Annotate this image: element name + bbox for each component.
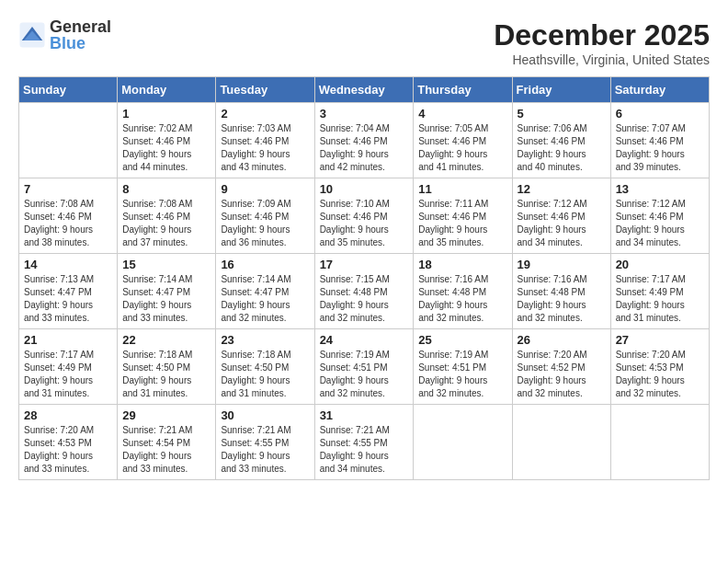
calendar-day-cell: 19Sunrise: 7:16 AM Sunset: 4:48 PM Dayli… bbox=[512, 254, 610, 329]
day-number: 22 bbox=[122, 333, 210, 347]
page-header: General Blue December 2025 Heathsville, … bbox=[18, 18, 710, 67]
calendar-day-cell: 7Sunrise: 7:08 AM Sunset: 4:46 PM Daylig… bbox=[19, 178, 118, 254]
day-number: 1 bbox=[122, 107, 210, 121]
day-number: 18 bbox=[418, 258, 506, 271]
day-number: 31 bbox=[320, 408, 409, 422]
day-number: 26 bbox=[518, 333, 606, 347]
calendar-week-row: 7Sunrise: 7:08 AM Sunset: 4:46 PM Daylig… bbox=[19, 178, 710, 254]
calendar-day-cell: 14Sunrise: 7:13 AM Sunset: 4:47 PM Dayli… bbox=[19, 254, 118, 329]
calendar-day-cell: 21Sunrise: 7:17 AM Sunset: 4:49 PM Dayli… bbox=[19, 329, 118, 405]
calendar-day-cell: 12Sunrise: 7:12 AM Sunset: 4:46 PM Dayli… bbox=[512, 178, 610, 254]
calendar-day-cell: 26Sunrise: 7:20 AM Sunset: 4:52 PM Dayli… bbox=[512, 329, 610, 405]
calendar-day-cell: 9Sunrise: 7:09 AM Sunset: 4:46 PM Daylig… bbox=[216, 178, 314, 254]
logo-general: General bbox=[50, 18, 111, 35]
calendar-day-cell: 8Sunrise: 7:08 AM Sunset: 4:46 PM Daylig… bbox=[118, 178, 216, 254]
day-info: Sunrise: 7:19 AM Sunset: 4:51 PM Dayligh… bbox=[320, 349, 409, 400]
day-number: 30 bbox=[221, 408, 309, 422]
day-info: Sunrise: 7:20 AM Sunset: 4:53 PM Dayligh… bbox=[24, 424, 112, 476]
day-info: Sunrise: 7:04 AM Sunset: 4:46 PM Dayligh… bbox=[320, 122, 409, 174]
day-info: Sunrise: 7:03 AM Sunset: 4:46 PM Dayligh… bbox=[221, 122, 309, 174]
calendar-day-cell bbox=[512, 405, 610, 480]
day-info: Sunrise: 7:19 AM Sunset: 4:51 PM Dayligh… bbox=[418, 349, 506, 400]
day-info: Sunrise: 7:16 AM Sunset: 4:48 PM Dayligh… bbox=[418, 273, 506, 325]
calendar-day-cell: 6Sunrise: 7:07 AM Sunset: 4:46 PM Daylig… bbox=[610, 103, 709, 178]
day-number: 2 bbox=[221, 107, 309, 121]
logo-blue: Blue bbox=[50, 35, 111, 52]
calendar-day-cell: 11Sunrise: 7:11 AM Sunset: 4:46 PM Dayli… bbox=[414, 178, 512, 254]
calendar-week-row: 14Sunrise: 7:13 AM Sunset: 4:47 PM Dayli… bbox=[19, 254, 710, 329]
day-number: 24 bbox=[320, 333, 409, 347]
calendar-day-cell: 17Sunrise: 7:15 AM Sunset: 4:48 PM Dayli… bbox=[314, 254, 414, 329]
calendar-day-cell: 1Sunrise: 7:02 AM Sunset: 4:46 PM Daylig… bbox=[118, 103, 216, 178]
day-number: 3 bbox=[320, 107, 409, 121]
calendar-day-cell: 15Sunrise: 7:14 AM Sunset: 4:47 PM Dayli… bbox=[118, 254, 216, 329]
calendar-day-cell: 16Sunrise: 7:14 AM Sunset: 4:47 PM Dayli… bbox=[216, 254, 314, 329]
day-number: 12 bbox=[518, 182, 606, 196]
calendar-day-cell bbox=[414, 405, 512, 480]
calendar-day-cell: 4Sunrise: 7:05 AM Sunset: 4:46 PM Daylig… bbox=[414, 103, 512, 178]
calendar-week-row: 28Sunrise: 7:20 AM Sunset: 4:53 PM Dayli… bbox=[19, 405, 710, 480]
calendar-day-cell bbox=[19, 103, 118, 178]
day-number: 9 bbox=[221, 182, 309, 196]
day-info: Sunrise: 7:16 AM Sunset: 4:48 PM Dayligh… bbox=[518, 273, 606, 325]
calendar-week-row: 1Sunrise: 7:02 AM Sunset: 4:46 PM Daylig… bbox=[19, 103, 710, 178]
day-info: Sunrise: 7:05 AM Sunset: 4:46 PM Dayligh… bbox=[418, 122, 506, 174]
calendar-week-row: 21Sunrise: 7:17 AM Sunset: 4:49 PM Dayli… bbox=[19, 329, 710, 405]
day-info: Sunrise: 7:12 AM Sunset: 4:46 PM Dayligh… bbox=[518, 198, 606, 249]
day-info: Sunrise: 7:18 AM Sunset: 4:50 PM Dayligh… bbox=[122, 349, 210, 400]
logo-icon bbox=[18, 21, 46, 49]
calendar-day-cell: 24Sunrise: 7:19 AM Sunset: 4:51 PM Dayli… bbox=[314, 329, 414, 405]
day-number: 20 bbox=[616, 258, 704, 271]
day-of-week-header: Monday bbox=[118, 77, 216, 103]
day-number: 23 bbox=[221, 333, 309, 347]
day-info: Sunrise: 7:12 AM Sunset: 4:46 PM Dayligh… bbox=[616, 198, 704, 249]
day-number: 6 bbox=[616, 107, 704, 121]
day-info: Sunrise: 7:14 AM Sunset: 4:47 PM Dayligh… bbox=[122, 273, 210, 325]
calendar-day-cell: 27Sunrise: 7:20 AM Sunset: 4:53 PM Dayli… bbox=[610, 329, 709, 405]
day-number: 15 bbox=[122, 258, 210, 271]
day-info: Sunrise: 7:20 AM Sunset: 4:53 PM Dayligh… bbox=[616, 349, 704, 400]
day-of-week-header: Friday bbox=[512, 77, 610, 103]
day-of-week-header: Wednesday bbox=[314, 77, 414, 103]
day-number: 13 bbox=[616, 182, 704, 196]
day-number: 10 bbox=[320, 182, 409, 196]
calendar-day-cell: 18Sunrise: 7:16 AM Sunset: 4:48 PM Dayli… bbox=[414, 254, 512, 329]
calendar-day-cell: 10Sunrise: 7:10 AM Sunset: 4:46 PM Dayli… bbox=[314, 178, 414, 254]
day-info: Sunrise: 7:21 AM Sunset: 4:55 PM Dayligh… bbox=[320, 424, 409, 476]
day-number: 17 bbox=[320, 258, 409, 271]
day-info: Sunrise: 7:07 AM Sunset: 4:46 PM Dayligh… bbox=[616, 122, 704, 174]
day-info: Sunrise: 7:02 AM Sunset: 4:46 PM Dayligh… bbox=[122, 122, 210, 174]
day-info: Sunrise: 7:21 AM Sunset: 4:55 PM Dayligh… bbox=[221, 424, 309, 476]
calendar-day-cell: 22Sunrise: 7:18 AM Sunset: 4:50 PM Dayli… bbox=[118, 329, 216, 405]
title-section: December 2025 Heathsville, Virginia, Uni… bbox=[494, 18, 710, 67]
day-number: 4 bbox=[418, 107, 506, 121]
day-number: 28 bbox=[24, 408, 112, 422]
day-number: 11 bbox=[418, 182, 506, 196]
calendar-day-cell: 31Sunrise: 7:21 AM Sunset: 4:55 PM Dayli… bbox=[314, 405, 414, 480]
day-of-week-header: Tuesday bbox=[216, 77, 314, 103]
day-number: 29 bbox=[122, 408, 210, 422]
day-number: 8 bbox=[122, 182, 210, 196]
day-info: Sunrise: 7:08 AM Sunset: 4:46 PM Dayligh… bbox=[24, 198, 112, 249]
day-number: 7 bbox=[24, 182, 112, 196]
day-info: Sunrise: 7:06 AM Sunset: 4:46 PM Dayligh… bbox=[518, 122, 606, 174]
day-number: 19 bbox=[518, 258, 606, 271]
day-info: Sunrise: 7:18 AM Sunset: 4:50 PM Dayligh… bbox=[221, 349, 309, 400]
month-year-title: December 2025 bbox=[494, 18, 710, 52]
day-number: 5 bbox=[518, 107, 606, 121]
day-info: Sunrise: 7:10 AM Sunset: 4:46 PM Dayligh… bbox=[320, 198, 409, 249]
calendar-day-cell: 23Sunrise: 7:18 AM Sunset: 4:50 PM Dayli… bbox=[216, 329, 314, 405]
day-info: Sunrise: 7:08 AM Sunset: 4:46 PM Dayligh… bbox=[122, 198, 210, 249]
day-info: Sunrise: 7:15 AM Sunset: 4:48 PM Dayligh… bbox=[320, 273, 409, 325]
calendar-day-cell: 3Sunrise: 7:04 AM Sunset: 4:46 PM Daylig… bbox=[314, 103, 414, 178]
day-info: Sunrise: 7:17 AM Sunset: 4:49 PM Dayligh… bbox=[24, 349, 112, 400]
calendar-day-cell: 28Sunrise: 7:20 AM Sunset: 4:53 PM Dayli… bbox=[19, 405, 118, 480]
calendar-day-cell: 2Sunrise: 7:03 AM Sunset: 4:46 PM Daylig… bbox=[216, 103, 314, 178]
day-info: Sunrise: 7:09 AM Sunset: 4:46 PM Dayligh… bbox=[221, 198, 309, 249]
day-number: 21 bbox=[24, 333, 112, 347]
day-info: Sunrise: 7:20 AM Sunset: 4:52 PM Dayligh… bbox=[518, 349, 606, 400]
day-of-week-header: Sunday bbox=[19, 77, 118, 103]
calendar-day-cell: 25Sunrise: 7:19 AM Sunset: 4:51 PM Dayli… bbox=[414, 329, 512, 405]
calendar-day-cell: 13Sunrise: 7:12 AM Sunset: 4:46 PM Dayli… bbox=[610, 178, 709, 254]
day-number: 25 bbox=[418, 333, 506, 347]
